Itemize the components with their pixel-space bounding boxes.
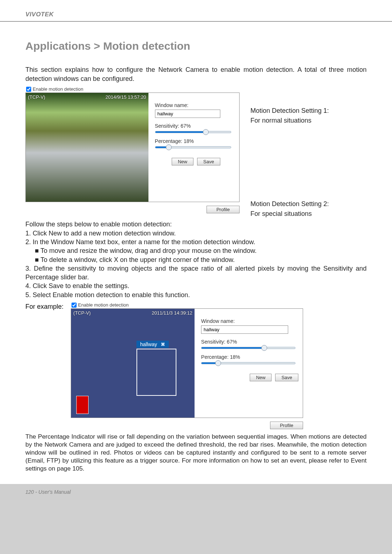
new-button-2[interactable]: New [250, 374, 271, 381]
close-icon[interactable]: ✖ [161, 341, 165, 347]
annotation-2a: Motion Detection Setting 2: [250, 200, 329, 208]
percentage-label-2: Percentage: 18% [201, 354, 298, 360]
closing-paragraph: The Percentage Indicator will rise or fa… [25, 433, 367, 473]
percentage-indicator-bar [76, 396, 89, 414]
window-name-label: Window name: [155, 102, 237, 108]
enable-md-checkbox-2[interactable] [72, 303, 77, 308]
step-2: 2. In the Window Name text box, enter a … [25, 238, 367, 246]
video-preview-2[interactable]: (TCP-V) 2011/11/3 14:39:12 hallway ✖ [71, 309, 195, 418]
intro-text: This section explains how to configure t… [25, 65, 367, 83]
hallway-window-label: hallway [140, 341, 157, 347]
video-title-2: (TCP-V) [73, 310, 91, 316]
annotation-1b: For normal situations [250, 116, 329, 125]
step-1: 1. Click New to add a new motion detecti… [25, 229, 367, 238]
annotation-1a: Motion Detection Setting 1: [250, 107, 329, 115]
percentage-slider-2[interactable] [201, 362, 295, 364]
save-button-2[interactable]: Save [275, 374, 298, 381]
steps-lead: Follow the steps below to enable motion … [25, 220, 367, 229]
hallway-window-box[interactable] [136, 349, 176, 396]
brand-label: VIVOTEK [25, 11, 392, 18]
sensitivity-slider-2[interactable] [201, 347, 295, 349]
profile-button-2[interactable]: Profile [270, 422, 303, 429]
enable-md-checkbox[interactable] [26, 87, 31, 92]
enable-md-checkbox-row[interactable]: Enable motion detection [26, 86, 240, 92]
sensitivity-slider[interactable] [155, 131, 231, 133]
save-button[interactable]: Save [197, 158, 220, 165]
window-name-input-2[interactable] [201, 325, 288, 334]
video-title-1: (TCP-V) [28, 94, 45, 100]
percentage-slider[interactable] [155, 146, 231, 148]
enable-md-label-2: Enable motion detection [78, 302, 128, 308]
video-preview-1[interactable]: (TCP-V) 2014/9/15 13:57:20 [26, 93, 148, 202]
step-2a: ■ To move and resize the window, drag an… [25, 246, 367, 255]
profile-button[interactable]: Profile [207, 206, 240, 213]
step-4: 4. Click Save to enable the settings. [25, 282, 367, 290]
percentage-label: Percentage: 18% [155, 138, 237, 144]
video-timestamp-2: 2011/11/3 14:39:12 [152, 310, 192, 316]
window-name-label-2: Window name: [201, 318, 298, 324]
annotation-2b: For special situations [250, 210, 329, 218]
video-timestamp-1: 2014/9/15 13:57:20 [106, 94, 146, 100]
step-2b: ■ To delete a window, click X on the upp… [25, 255, 367, 264]
page-heading: Applications > Motion detection [25, 40, 367, 52]
window-name-input[interactable] [155, 110, 220, 118]
sensitivity-label-2: Sensitivity: 67% [201, 339, 298, 345]
for-example-label: For example: [25, 303, 64, 311]
step-5: 5. Select Enable motion detection to ena… [25, 291, 367, 299]
enable-md-checkbox-row-2[interactable]: Enable motion detection [72, 302, 303, 308]
enable-md-label: Enable motion detection [33, 86, 83, 92]
hallway-window-tag[interactable]: hallway ✖ [136, 341, 169, 348]
sensitivity-label: Sensitivity: 67% [155, 123, 237, 129]
new-button[interactable]: New [172, 158, 193, 165]
step-3: 3. Define the sensitivity to moving obje… [25, 264, 367, 282]
footer-page-label: 120 - User's Manual [25, 489, 71, 495]
